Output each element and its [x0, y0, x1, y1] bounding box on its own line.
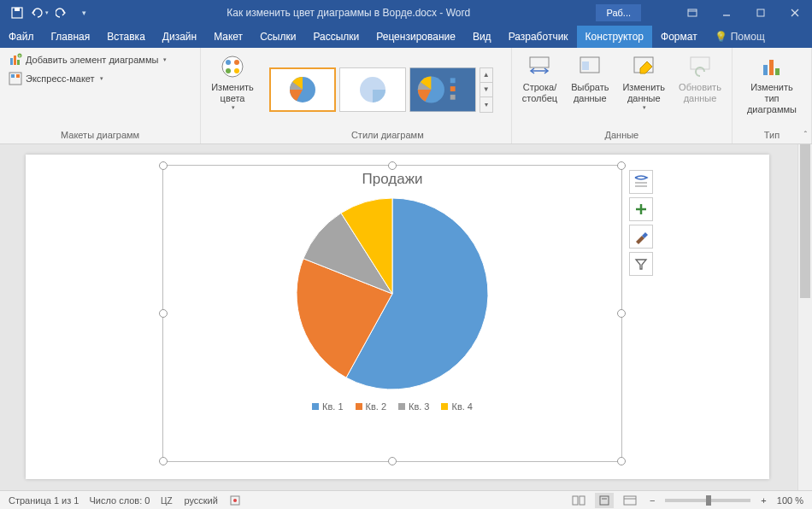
gallery-up[interactable]: ▲ [480, 68, 492, 83]
resize-handle[interactable] [388, 457, 397, 465]
tab-chart-design[interactable]: Конструктор [577, 26, 652, 48]
macro-icon[interactable] [228, 494, 242, 507]
refresh-icon [686, 53, 714, 80]
legend-label: Кв. 1 [322, 401, 343, 412]
gallery-more[interactable]: ▾ [480, 97, 492, 112]
zoom-slider-thumb[interactable] [706, 495, 711, 506]
language-indicator[interactable]: русский [184, 495, 217, 506]
add-chart-element-label: Добавить элемент диаграммы [26, 55, 158, 65]
maximize-button[interactable] [744, 0, 778, 26]
switch-row-column-button[interactable]: Строка/ столбец [517, 51, 562, 106]
spellcheck-icon[interactable]: ЦΖ [160, 494, 174, 507]
chevron-down-icon: ▾ [100, 75, 103, 82]
legend-item[interactable]: Кв. 2 [356, 401, 386, 412]
change-chart-type-button[interactable]: Изменить тип диаграммы [738, 51, 806, 118]
edit-data-button[interactable]: Изменить данные ▾ [617, 51, 670, 114]
svg-rect-5 [757, 9, 764, 16]
chart-legend[interactable]: Кв. 1Кв. 2Кв. 3Кв. 4 [163, 396, 621, 417]
style-thumb-2[interactable] [339, 67, 406, 112]
tell-me[interactable]: 💡 Помощ [706, 26, 774, 48]
resize-handle[interactable] [159, 309, 168, 318]
group-chart-layouts: + Добавить элемент диаграммы ▾ Экспресс-… [0, 48, 201, 143]
layout-options-button[interactable] [629, 170, 653, 194]
zoom-out-button[interactable]: − [646, 495, 658, 506]
tab-layout[interactable]: Макет [205, 26, 251, 48]
chart-elements-button[interactable] [629, 197, 653, 221]
chevron-down-icon: ▾ [232, 104, 235, 111]
svg-rect-36 [775, 68, 780, 75]
svg-rect-10 [17, 60, 20, 65]
quick-layout-label: Экспресс-макет [26, 73, 95, 84]
select-data-label: Выбрать данные [571, 82, 609, 104]
print-layout-button[interactable] [595, 493, 614, 508]
word-count[interactable]: Число слов: 0 [89, 495, 150, 506]
select-data-button[interactable]: Выбрать данные [566, 51, 614, 106]
group-data: Строка/ столбец Выбрать данные Изменить … [512, 48, 733, 143]
style-gallery: ▲ ▼ ▾ [269, 64, 493, 115]
chart-context-buttons [629, 170, 653, 276]
page-indicator[interactable]: Страница 1 из 1 [9, 495, 79, 506]
style-thumb-3[interactable] [409, 67, 476, 112]
titlebar: ▾ ▾ Как изменить цвет диаграммы в Ворде.… [0, 0, 812, 26]
zoom-in-button[interactable]: + [757, 495, 769, 506]
pie-chart[interactable] [163, 191, 621, 396]
context-tab-label: Раб... [596, 4, 641, 21]
legend-item[interactable]: Кв. 3 [398, 401, 429, 412]
tab-file[interactable]: Файл [0, 26, 43, 48]
tab-references[interactable]: Ссылки [251, 26, 304, 48]
tab-mailings[interactable]: Рассылки [304, 26, 368, 48]
undo-button[interactable]: ▾ [29, 3, 50, 23]
svg-rect-25 [450, 78, 456, 83]
web-layout-button[interactable] [621, 493, 639, 508]
gallery-down[interactable]: ▼ [480, 83, 492, 97]
ribbon-display-options[interactable] [675, 0, 709, 26]
vertical-scrollbar[interactable] [797, 144, 812, 490]
legend-item[interactable]: Кв. 4 [441, 401, 472, 412]
redo-button[interactable] [51, 3, 72, 23]
svg-rect-34 [763, 65, 768, 75]
chevron-down-icon: ▾ [163, 56, 167, 63]
document-page[interactable]: Продажи Кв. 1Кв. 2Кв. 3Кв. 4 [26, 155, 769, 479]
scrollbar-thumb[interactable] [800, 144, 810, 298]
refresh-data-button[interactable]: Обновить данные [674, 51, 727, 106]
legend-swatch [441, 403, 448, 410]
tab-design[interactable]: Дизайн [154, 26, 205, 48]
svg-point-17 [226, 60, 231, 65]
close-button[interactable] [778, 0, 812, 26]
resize-handle[interactable] [617, 309, 626, 318]
legend-item[interactable]: Кв. 1 [312, 401, 343, 412]
svg-point-16 [222, 56, 243, 77]
tab-format[interactable]: Формат [652, 26, 706, 48]
chart-styles-button[interactable] [629, 225, 653, 249]
change-colors-button[interactable]: Изменить цвета ▾ [206, 51, 259, 114]
chevron-down-icon: ▾ [643, 104, 646, 111]
svg-rect-14 [11, 74, 15, 78]
svg-point-20 [226, 68, 231, 73]
edit-data-icon [630, 53, 657, 80]
resize-handle[interactable] [159, 161, 168, 170]
tab-view[interactable]: Вид [464, 26, 500, 48]
chart-object[interactable]: Продажи Кв. 1Кв. 2Кв. 3Кв. 4 [162, 165, 622, 462]
style-thumb-1[interactable] [269, 67, 336, 112]
tab-home[interactable]: Главная [43, 26, 99, 48]
quick-layout-button[interactable]: Экспресс-макет ▾ [5, 70, 107, 87]
tab-insert[interactable]: Вставка [98, 26, 154, 48]
resize-handle[interactable] [159, 457, 168, 465]
chart-filters-button[interactable] [629, 252, 653, 276]
qat-customize[interactable]: ▾ [74, 3, 94, 23]
resize-handle[interactable] [388, 161, 397, 170]
switch-icon [526, 53, 553, 80]
resize-handle[interactable] [617, 161, 626, 170]
add-chart-element-button[interactable]: + Добавить элемент диаграммы ▾ [5, 51, 170, 68]
tab-review[interactable]: Рецензирование [368, 26, 464, 48]
svg-rect-48 [624, 496, 636, 505]
zoom-slider[interactable] [665, 499, 750, 502]
minimize-button[interactable] [709, 0, 744, 26]
collapse-ribbon-button[interactable]: ˆ [804, 131, 807, 140]
resize-handle[interactable] [617, 457, 626, 465]
read-mode-button[interactable] [569, 493, 588, 508]
zoom-level[interactable]: 100 % [777, 495, 803, 506]
svg-point-18 [234, 60, 239, 65]
save-button[interactable] [7, 3, 27, 23]
tab-developer[interactable]: Разработчик [500, 26, 577, 48]
